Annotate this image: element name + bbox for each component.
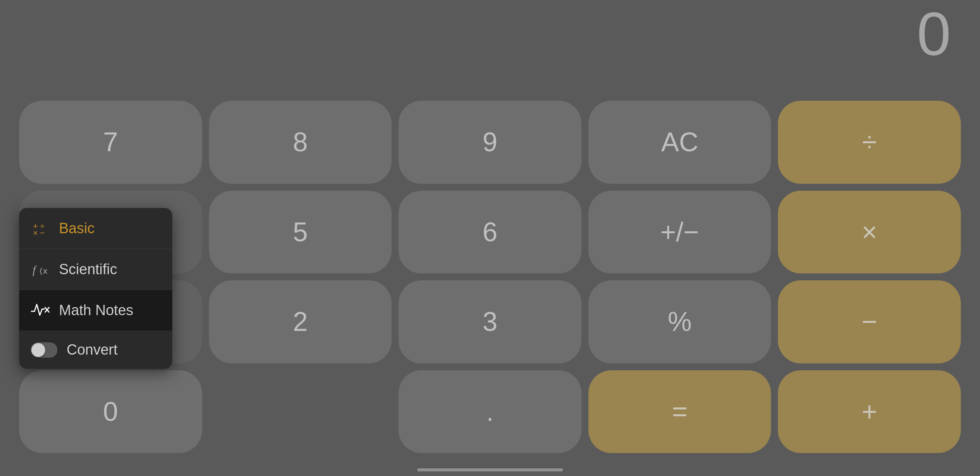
fx-icon: f (x) xyxy=(31,260,50,279)
svg-text:(x): (x) xyxy=(39,266,49,276)
toggle-knob xyxy=(31,343,45,357)
btn-subtract[interactable]: − xyxy=(778,280,961,363)
btn-divide[interactable]: ÷ xyxy=(778,101,961,184)
basic-calc-icon: + ÷ × − xyxy=(31,219,50,238)
btn-3[interactable]: 3 xyxy=(399,280,581,363)
btn-decimal[interactable]: . xyxy=(399,370,581,453)
btn-7[interactable]: 7 xyxy=(19,101,202,184)
menu-item-basic[interactable]: + ÷ × − Basic xyxy=(19,208,172,249)
svg-text:−: − xyxy=(39,229,45,237)
btn-9[interactable]: 9 xyxy=(399,101,581,184)
menu-item-basic-label: Basic xyxy=(59,220,95,237)
btn-8[interactable]: 8 xyxy=(209,101,392,184)
svg-text:f: f xyxy=(33,263,37,276)
btn-percent[interactable]: % xyxy=(588,280,771,363)
menu-item-scientific[interactable]: f (x) Scientific xyxy=(19,249,172,290)
btn-plusminus[interactable]: +/− xyxy=(588,191,771,274)
btn-5[interactable]: 5 xyxy=(209,191,392,274)
convert-toggle[interactable] xyxy=(31,342,57,358)
btn-2[interactable]: 2 xyxy=(209,280,392,363)
home-indicator xyxy=(417,468,563,471)
menu-item-convert[interactable]: Convert xyxy=(19,331,172,369)
display-value: 0 xyxy=(917,0,949,69)
btn-6[interactable]: 6 xyxy=(399,191,581,274)
btn-empty xyxy=(209,370,392,453)
btn-ac[interactable]: AC xyxy=(588,101,771,184)
menu-item-mathnotes-label: Math Notes xyxy=(59,302,133,319)
menu-item-convert-label: Convert xyxy=(67,342,118,358)
btn-0[interactable]: 0 xyxy=(19,370,202,453)
calculator-display: 0 xyxy=(0,0,980,77)
btn-equals[interactable]: = xyxy=(588,370,771,453)
menu-item-scientific-label: Scientific xyxy=(59,261,117,278)
btn-multiply[interactable]: × xyxy=(778,191,961,274)
menu-item-mathnotes[interactable]: Math Notes xyxy=(19,290,172,331)
svg-text:×: × xyxy=(33,229,38,237)
mode-dropdown: + ÷ × − Basic f (x) Scientific M xyxy=(19,208,172,369)
btn-add[interactable]: + xyxy=(778,370,961,453)
mathnotes-icon xyxy=(31,301,50,320)
